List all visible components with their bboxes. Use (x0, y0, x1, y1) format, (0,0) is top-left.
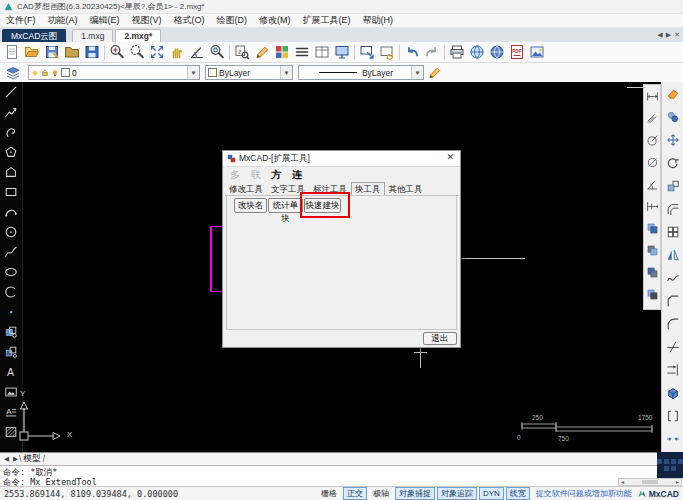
tab-close-icon[interactable]: ✕ (674, 30, 680, 40)
feedback-link[interactable]: 提交软件问题或增加新功能 (536, 488, 632, 499)
dialog-tab-2[interactable]: 标注工具 (309, 182, 351, 195)
edit-pencil-icon[interactable] (252, 43, 272, 62)
clip-paste-icon[interactable] (644, 261, 660, 283)
color-dropdown-arrow[interactable]: ▼ (280, 66, 292, 79)
zoom-in-icon[interactable] (107, 43, 127, 62)
folder-open-icon[interactable] (62, 43, 82, 62)
draw-polyline-icon[interactable] (2, 102, 20, 122)
layer-edit-icon[interactable] (377, 43, 397, 62)
dialog-tab-0[interactable]: 修改工具 (225, 182, 267, 195)
doc-tab-1[interactable]: 1.mxg (72, 29, 113, 42)
draw-block2-icon[interactable] (2, 342, 20, 362)
file-new-icon[interactable] (2, 43, 22, 62)
pdf-export-icon[interactable]: PDF (507, 43, 527, 62)
tab-prev-icon[interactable]: ◀ (657, 30, 662, 40)
dim-linear-icon[interactable] (644, 85, 660, 107)
tab-next-icon[interactable]: ▶ (666, 30, 671, 40)
exit-button[interactable]: 退出 (423, 332, 457, 345)
menu-item-2[interactable]: 编辑(E) (84, 14, 126, 27)
clip-cut-icon[interactable] (644, 239, 660, 261)
mod-array-icon[interactable] (663, 220, 683, 243)
mod-mirror-icon[interactable] (663, 243, 683, 266)
dialog-tab-3[interactable]: 块工具 (351, 182, 385, 196)
draw-arc2-icon[interactable] (2, 282, 20, 302)
zoom-window-icon[interactable] (127, 43, 147, 62)
draw-ellipse-icon[interactable] (2, 262, 20, 282)
web-browse-icon[interactable] (487, 43, 507, 62)
mod-fillet-icon[interactable] (663, 312, 683, 335)
menu-item-5[interactable]: 绘图(D) (211, 14, 254, 27)
file-save-as-icon[interactable] (82, 43, 102, 62)
model-tab[interactable]: 模型 (24, 453, 41, 465)
dialog-button-0[interactable]: 改块名 (234, 198, 267, 213)
layer-dropdown-arrow[interactable]: ▼ (187, 66, 199, 79)
mod-rotate-icon[interactable] (663, 151, 683, 174)
status-toggle-1[interactable]: 正交 (343, 487, 367, 500)
layers-icon[interactable] (3, 63, 23, 82)
color-palette-icon[interactable] (272, 43, 292, 62)
dialog-titlebar[interactable]: MxCAD-[扩展工具] ✕ (223, 151, 460, 167)
mod-spline-edit-icon[interactable] (663, 266, 683, 289)
web-publish-icon[interactable] (467, 43, 487, 62)
dim-aligned-icon[interactable] (644, 107, 660, 129)
draw-text-icon[interactable]: A (2, 362, 20, 382)
layer-select[interactable]: 0 ▼ (28, 65, 200, 80)
draw-rectangle-icon[interactable] (2, 182, 20, 202)
dim-baseline-icon[interactable] (644, 195, 660, 217)
doc-tab-0[interactable]: MxCAD云图 (2, 29, 66, 42)
dim-diameter-icon[interactable] (644, 151, 660, 173)
dim-radius-icon[interactable] (644, 129, 660, 151)
menu-item-6[interactable]: 修改(M) (253, 14, 297, 27)
zoom-extents-icon[interactable] (147, 43, 167, 62)
color-select[interactable]: ByLayer ▼ (205, 65, 293, 80)
mod-erase-icon[interactable] (663, 82, 683, 105)
status-toggle-2[interactable]: 极轴 (369, 487, 393, 500)
doc-tab-2[interactable]: 2.mxg* (115, 29, 161, 42)
scroll-right-arrow-icon[interactable]: ▸ (674, 479, 681, 485)
draw-polygon-icon[interactable] (2, 142, 20, 162)
menu-item-8[interactable]: 帮助(H) (357, 14, 400, 27)
status-toggle-3[interactable]: 对象捕捉 (395, 487, 435, 500)
status-toggle-4[interactable]: 对象追踪 (437, 487, 477, 500)
menu-item-4[interactable]: 格式(O) (168, 14, 211, 27)
dialog-close-button[interactable]: ✕ (446, 152, 454, 162)
screen-share-icon[interactable] (357, 43, 377, 62)
scroll-left-arrow-icon[interactable]: ◂ (619, 479, 626, 485)
draw-arc-icon[interactable] (2, 202, 20, 222)
status-toggle-6[interactable]: 线宽 (506, 487, 530, 500)
command-line-area[interactable]: 命令: *取消*命令: Mx_ExtendTool (0, 465, 683, 486)
draw-circle-icon[interactable] (2, 222, 20, 242)
menu-item-0[interactable]: 文件(F) (0, 14, 42, 27)
layout-next-button[interactable]: ▶ (13, 455, 18, 463)
menu-item-1[interactable]: 功能(A) (42, 14, 84, 27)
clip-paste-block-icon[interactable] (644, 283, 660, 305)
mod-explode-icon[interactable] (663, 381, 683, 404)
display-monitor-icon[interactable] (332, 43, 352, 62)
linetype-list-icon[interactable] (292, 43, 312, 62)
clip-copy-icon[interactable] (644, 217, 660, 239)
linetype-select[interactable]: ByLayer ▼ (298, 65, 424, 80)
match-properties-pencil-icon[interactable] (424, 63, 444, 82)
dialog-button-2[interactable]: 快速建块 (304, 198, 341, 213)
linetype-dropdown-arrow[interactable]: ▼ (411, 66, 423, 79)
mod-copy-icon[interactable] (663, 105, 683, 128)
scrollbar-thumb[interactable] (642, 480, 658, 484)
draw-revcloud-icon[interactable] (2, 122, 20, 142)
measure-angle-icon[interactable] (187, 43, 207, 62)
insert-image-icon[interactable] (527, 43, 547, 62)
mod-trim-icon[interactable] (663, 335, 683, 358)
menu-item-3[interactable]: 视图(V) (126, 14, 168, 27)
find-icon[interactable]: z (232, 43, 252, 62)
dim-angular-icon[interactable] (644, 173, 660, 195)
file-save-icon[interactable] (42, 43, 62, 62)
print-icon[interactable] (447, 43, 467, 62)
dialog-tab-1[interactable]: 文字工具 (267, 182, 309, 195)
pan-icon[interactable] (167, 43, 187, 62)
draw-block-icon[interactable] (2, 322, 20, 342)
status-toggle-5[interactable]: DYN (479, 487, 504, 500)
mod-chamfer-icon[interactable] (663, 289, 683, 312)
mod-move-icon[interactable] (663, 128, 683, 151)
draw-polygon2-icon[interactable] (2, 162, 20, 182)
mod-offset-icon[interactable] (663, 197, 683, 220)
status-toggle-0[interactable]: 栅格 (317, 487, 341, 500)
